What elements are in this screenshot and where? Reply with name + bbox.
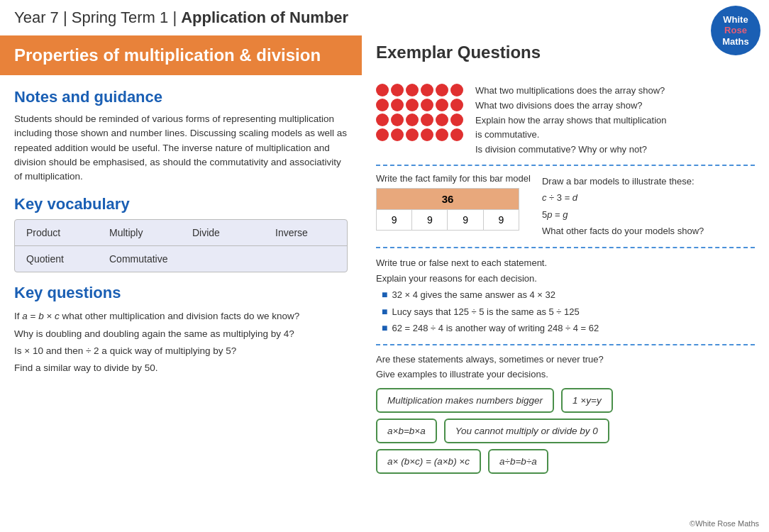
- vocab-inverse: Inverse: [264, 220, 347, 245]
- dot: [391, 128, 404, 141]
- dot: [421, 113, 433, 126]
- exemplar-title: Exemplar Questions: [376, 43, 541, 62]
- dot: [376, 113, 389, 126]
- header-title: Year 7 | Spring Term 1 | Application of …: [14, 9, 348, 27]
- bullet-icon-3: ■: [382, 320, 387, 337]
- array-section: What two multiplications does the array …: [376, 84, 755, 157]
- bar-model-section: Write the fact family for this bar model…: [376, 173, 755, 240]
- vocab-table: Product Multiply Divide Inverse Quotient…: [14, 219, 348, 272]
- dots-grid: [376, 84, 465, 143]
- dot: [436, 99, 448, 111]
- dot: [421, 128, 433, 141]
- questions-title: Key questions: [14, 284, 348, 302]
- top-area: Properties of multiplication & division …: [0, 35, 769, 77]
- vocab-multiply: Multiply: [98, 220, 181, 245]
- dot: [450, 84, 463, 96]
- top-left: Properties of multiplication & division: [0, 35, 362, 77]
- divider-1: [376, 165, 755, 166]
- dot: [406, 99, 419, 111]
- bullet-icon-1: ■: [382, 287, 387, 304]
- dot-row-3: [376, 113, 465, 126]
- statements-row-2: a × b = b × a You cannot multiply or div…: [376, 419, 755, 443]
- vocab-product: Product: [15, 220, 98, 245]
- dot: [436, 113, 448, 126]
- vocab-row-1: Product Multiply Divide Inverse: [15, 220, 347, 245]
- dot: [436, 84, 448, 96]
- dot: [406, 84, 419, 96]
- divider-2: [376, 247, 755, 248]
- statement-axb: a × b = b × a: [376, 419, 437, 443]
- divider-3: [376, 344, 755, 345]
- bar-model: 36 9 9 9 9: [376, 188, 519, 231]
- wrm-logo: White Rose Maths: [711, 6, 760, 55]
- statement-no-multiply-zero: You cannot multiply or divide by 0: [444, 419, 609, 443]
- vocab-commutative: Commutative: [98, 246, 181, 272]
- bar-bottom: 9 9 9 9: [376, 210, 519, 231]
- dot: [436, 128, 448, 141]
- main-container: Notes and guidance Students should be re…: [0, 77, 769, 487]
- bar-cell-3: 9: [448, 210, 483, 230]
- bar-cell-1: 9: [377, 210, 412, 230]
- logo-maths: Maths: [722, 36, 749, 48]
- bullet-icon-2: ■: [382, 304, 387, 321]
- vocab-quotient: Quotient: [15, 246, 98, 272]
- vocab-title: Key vocabulary: [14, 195, 348, 214]
- statements-row-3: a × (b × c) = (a × b) × c a ÷ b = b ÷ a: [376, 449, 755, 474]
- dot-row-2: [376, 99, 465, 111]
- bar-top: 36: [376, 188, 519, 210]
- right-column: What two multiplications does the array …: [362, 77, 769, 487]
- bar-cell-2: 9: [412, 210, 448, 230]
- bar-model-left: Write the fact family for this bar model…: [376, 173, 531, 231]
- bar-cell-4: 9: [484, 210, 519, 230]
- tf-text-2: Lucy says that 125 ÷ 5 is the same as 5 …: [392, 304, 579, 320]
- vocab-row-2: Quotient Commutative: [15, 245, 347, 272]
- dot: [391, 84, 404, 96]
- always-sometimes-intro: Are these statements always, sometimes o…: [376, 353, 755, 382]
- dot: [391, 99, 404, 111]
- bar-model-intro: Write the fact family for this bar model: [376, 173, 531, 184]
- header: Year 7 | Spring Term 1 | Application of …: [0, 0, 769, 35]
- tf-item-1: ■ 32 × 4 gives the same answer as 4 × 32: [382, 287, 755, 304]
- dot: [450, 113, 463, 126]
- logo-white: White: [723, 14, 748, 26]
- vocab-empty-1: [181, 246, 264, 272]
- page-title: Properties of multiplication & division: [0, 35, 362, 75]
- array-questions: What two multiplications does the array …: [475, 84, 667, 157]
- dot: [391, 113, 404, 126]
- exemplar-title-container: Exemplar Questions: [362, 35, 555, 77]
- tf-item-3: ■ 62 = 248 ÷ 4 is another way of writing…: [382, 320, 755, 337]
- dot: [450, 99, 463, 111]
- statement-multiplication-bigger: Multiplication makes numbers bigger: [376, 388, 554, 413]
- dot: [406, 128, 419, 141]
- dot: [406, 113, 419, 126]
- left-column: Notes and guidance Students should be re…: [0, 77, 362, 487]
- statement-1xy: 1 × y = y: [561, 388, 613, 413]
- tf-text-3: 62 = 248 ÷ 4 is another way of writing 2…: [392, 321, 599, 336]
- logo-rose: Rose: [724, 25, 747, 36]
- dot: [450, 128, 463, 141]
- vocab-empty-2: [264, 246, 347, 272]
- statements-row-1: Multiplication makes numbers bigger 1 × …: [376, 388, 755, 413]
- dot-row-1: [376, 84, 465, 96]
- questions-text: If a = b × c what other multiplication a…: [14, 308, 348, 377]
- statement-associative: a × (b × c) = (a × b) × c: [376, 449, 481, 474]
- dot: [376, 84, 389, 96]
- notes-text: Students should be reminded of various f…: [14, 112, 348, 184]
- tf-item-2: ■ Lucy says that 125 ÷ 5 is the same as …: [382, 304, 755, 321]
- statement-division-commute: a ÷ b = b ÷ a: [488, 449, 548, 474]
- vocab-divide: Divide: [181, 220, 264, 245]
- dot: [376, 99, 389, 111]
- tf-section: Write true or false next to each stateme…: [376, 255, 755, 338]
- dot: [421, 84, 433, 96]
- dot-row-4: [376, 128, 465, 141]
- bar-model-questions: Draw a bar models to illustrate these: c…: [542, 173, 704, 240]
- statements-section: Multiplication makes numbers bigger 1 × …: [376, 388, 755, 474]
- copyright: ©White Rose Maths: [690, 519, 759, 528]
- notes-title: Notes and guidance: [14, 88, 348, 106]
- dot: [376, 128, 389, 141]
- tf-text-1: 32 × 4 gives the same answer as 4 × 32: [392, 287, 555, 303]
- dot: [421, 99, 433, 111]
